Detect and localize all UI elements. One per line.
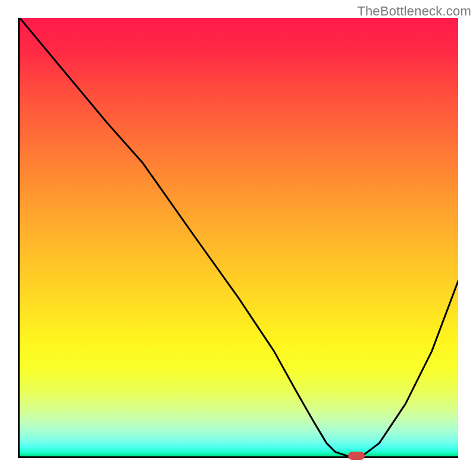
bottleneck-curve — [20, 18, 458, 456]
optimum-marker — [348, 452, 365, 460]
chart-container: TheBottleneck.com — [0, 0, 476, 476]
plot-area — [18, 18, 458, 458]
watermark-text: TheBottleneck.com — [357, 4, 471, 19]
